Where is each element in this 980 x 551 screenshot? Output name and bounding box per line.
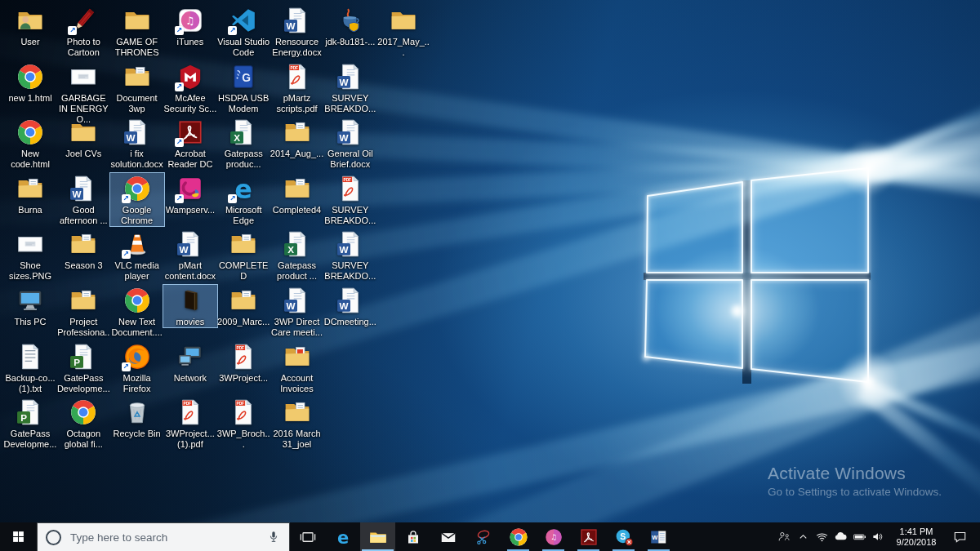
chrome-icon (16, 118, 44, 146)
desktop-icon-new-text-document[interactable]: New Text Document.... (109, 284, 165, 339)
store-icon (403, 527, 423, 547)
desktop-icon-label: 3WP_Broch... (216, 429, 270, 450)
taskbar-file-explorer-button[interactable] (360, 522, 395, 551)
taskbar-google-chrome-button[interactable] (501, 522, 536, 551)
desktop-icon-pmartz-scripts-pdf[interactable]: PDFpMartz scripts.pdf (270, 60, 325, 115)
desktop-icon-label: 2017_May_... (376, 37, 430, 58)
desktop-icon-label: User (20, 37, 39, 47)
desktop-icon-label: New code.html (3, 149, 57, 170)
desktop-icon-photo-to-cartoon[interactable]: ↗Photo to Cartoon (56, 4, 111, 59)
taskbar-task-view-button[interactable] (290, 522, 325, 551)
tray-hidden-icons-button[interactable] (794, 522, 813, 551)
desktop-icon-hsdpa-usb-modem[interactable]: GHSDPA USB Modem (216, 60, 271, 115)
desktop-icon-i-fix-solution-docx[interactable]: Wi fix solution.docx (109, 116, 165, 171)
svg-text:PDF: PDF (237, 345, 245, 349)
desktop-icon-gatepass-product[interactable]: XGatepass product ... (270, 228, 325, 282)
desktop-icon-dcmeeting[interactable]: WDCmeeting... (323, 284, 378, 328)
desktop-icon-new-1-html[interactable]: new 1.html (2, 60, 58, 104)
desktop-icon-gatepass-developme[interactable]: PGatePass Developme... (2, 396, 58, 451)
taskbar-itunes-button[interactable]: ♫ (536, 522, 571, 551)
desktop-icon-movies[interactable]: movies (163, 284, 218, 328)
desktop-icon-document-3wp[interactable]: Document 3wp (109, 60, 165, 115)
desktop-icon-3wp-broch[interactable]: PDF3WP_Broch... (216, 396, 271, 451)
desktop-icon-mcafee-security-sc[interactable]: ↗McAfee Security Sc... (163, 60, 218, 115)
svg-text:G: G (243, 70, 252, 83)
tray-network-wifi-button[interactable] (813, 522, 831, 551)
taskbar-acrobat-reader-button[interactable] (571, 522, 606, 551)
taskbar-edge-button[interactable]: e (325, 522, 360, 551)
desktop-icon-new-code-html[interactable]: New code.html (2, 116, 58, 171)
taskbar-snipping-tool-button[interactable] (466, 522, 501, 551)
svg-text:W: W (339, 132, 348, 143)
acrobat-icon (579, 527, 599, 547)
desktop-icon-game-of-thrones[interactable]: GAME OF THRONES (109, 4, 165, 59)
tray-volume-button[interactable] (869, 522, 888, 551)
desktop-icon-2009-marc[interactable]: 2009_Marc... (216, 284, 271, 328)
task-view-icon (298, 527, 318, 547)
vscode-icon: ↗ (229, 7, 257, 34)
desktop-icon-wampserv[interactable]: ↗Wampserv... (163, 172, 218, 216)
desktop-icon-network[interactable]: Network (163, 340, 218, 384)
chrome-icon: ↗ (123, 175, 151, 202)
desktop-icon-3wproject[interactable]: PDF3WProject... (216, 340, 271, 384)
desktop-icon-3wproject-1-pdf[interactable]: PDF3WProject... (1).pdf (163, 396, 218, 451)
folder-icon (123, 7, 151, 34)
desktop-icon-gatepass-developme[interactable]: PGatePass Developme... (56, 340, 111, 395)
desktop-icon-microsoft-edge[interactable]: e↗Microsoft Edge (216, 172, 271, 227)
desktop-icon-jdk-8u181[interactable]: jdk-8u181-... (323, 4, 378, 48)
svg-text:P: P (20, 412, 27, 423)
desktop-icon-rensource-energy-docx[interactable]: WRensource Energy.docx (270, 4, 325, 59)
desktop-icon-completed[interactable]: COMPLETED (216, 228, 271, 282)
search-input[interactable] (69, 531, 259, 544)
shortcut-arrow-overlay-icon: ↗ (122, 362, 131, 371)
tray-onedrive-button[interactable] (831, 522, 850, 551)
desktop-icon-season-3[interactable]: Season 3 (56, 228, 111, 272)
pdf-icon: PDF (176, 398, 204, 426)
word-icon: W (336, 63, 364, 91)
desktop-icon-acrobat-reader-dc[interactable]: ↗Acrobat Reader DC (163, 116, 218, 171)
taskbar-microsoft-store-button[interactable] (395, 522, 430, 551)
desktop-icon-2014-aug[interactable]: 2014_Aug_... (270, 116, 325, 160)
svg-text:X: X (234, 132, 240, 143)
taskbar-mail-button[interactable] (430, 522, 466, 551)
cortana-circle-icon (46, 530, 61, 545)
taskbar-search-box[interactable] (37, 522, 290, 551)
desktop-icon-2016-march-31-joel[interactable]: 2016 March 31_joel (270, 396, 325, 451)
desktop-icon-account-invoices[interactable]: Account Invoices (270, 340, 325, 395)
desktop-icon-joel-cvs[interactable]: Joel CVs (56, 116, 111, 160)
microphone-icon[interactable] (266, 530, 281, 544)
word-icon: W (176, 230, 204, 258)
action-center-button[interactable] (945, 529, 974, 544)
desktop-icon-2017-may[interactable]: 2017_May_... (376, 4, 431, 59)
desktop-icon-survey-breakdo[interactable]: PDFSURVEY BREAKDO... (323, 172, 378, 227)
desktop-icon-octagon-global-fi[interactable]: Octagon global fi... (56, 396, 111, 451)
desktop-icon-recycle-bin[interactable]: Recycle Bin (109, 396, 165, 440)
desktop-icon-good-afternoon[interactable]: WGood afternoon ... (56, 172, 111, 227)
desktop-icon-burna[interactable]: Burna (2, 172, 58, 216)
desktop-icon-user[interactable]: User (2, 4, 58, 48)
desktop-icon-shoe-sizes-png[interactable]: Shoe sizes.PNG (2, 228, 58, 282)
desktop-icon-visual-studio-code[interactable]: ↗Visual Studio Code (216, 4, 271, 59)
desktop-icon-itunes[interactable]: ♫↗iTunes (163, 4, 218, 48)
desktop-icon-3wp-direct-care-meeti[interactable]: W3WP Direct Care meeti... (270, 284, 325, 339)
taskbar-clock[interactable]: 1:41 PM 9/20/2018 (888, 527, 945, 548)
desktop-icon-backup-co-1-txt[interactable]: Backup-co... (1).txt (2, 340, 58, 395)
desktop-icon-this-pc[interactable]: This PC (2, 284, 58, 328)
desktop-icon-google-chrome[interactable]: ↗Google Chrome (109, 172, 165, 227)
desktop-icon-survey-breakdo[interactable]: WSURVEY BREAKDO... (323, 60, 378, 115)
desktop-icon-pmart-content-docx[interactable]: WpMart content.docx (163, 228, 218, 282)
svg-text:P: P (74, 356, 80, 367)
word-icon: W (283, 7, 311, 34)
desktop-icon-completed4[interactable]: Completed4 (270, 172, 325, 216)
desktop-icon-mozilla-firefox[interactable]: ↗Mozilla Firefox (109, 340, 165, 395)
desktop-icon-vlc-media-player[interactable]: ↗VLC media player (109, 228, 165, 282)
desktop-icon-general-oil-brief-docx[interactable]: WGeneral Oil Brief.docx (323, 116, 378, 171)
desktop-icon-gatepass-produc[interactable]: XGatepass produc... (216, 116, 271, 171)
tray-battery-button[interactable] (850, 522, 869, 551)
taskbar-word-button[interactable]: W (641, 522, 676, 551)
tray-people-button[interactable] (775, 522, 794, 551)
desktop-icon-survey-breakdo[interactable]: WSURVEY BREAKDO... (323, 228, 378, 282)
taskbar-skype-button[interactable]: S (606, 522, 641, 551)
darkfolder-icon (176, 287, 204, 314)
start-button[interactable] (0, 522, 37, 551)
